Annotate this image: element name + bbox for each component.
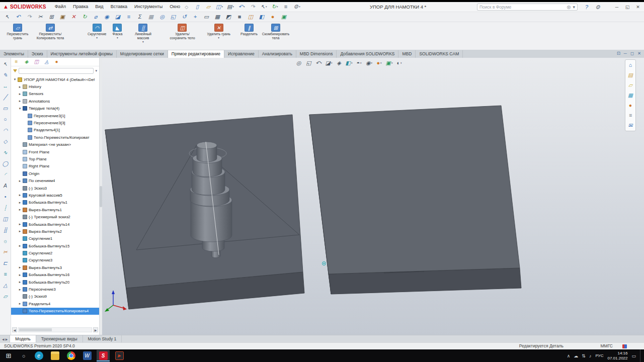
tree-item[interactable]: Sensors [11, 90, 99, 98]
polygon-icon[interactable]: ◇ [2, 138, 9, 145]
tree-item[interactable]: Твердые тела(4) [11, 105, 99, 112]
mold-block-right[interactable] [309, 106, 521, 294]
mass-properties-icon[interactable]: ◉ [103, 13, 111, 21]
displaymanager-tab-icon[interactable]: ● [53, 58, 60, 65]
shaded-icon[interactable]: ■ [235, 13, 244, 21]
tree-item[interactable]: Материал <не указан> [11, 141, 99, 148]
tree-item[interactable]: Пересечение3 [11, 286, 99, 293]
sheet-scroll-right-icon[interactable]: ▶ [6, 337, 8, 341]
tree-item[interactable]: Top Plane [11, 155, 99, 162]
command-tab[interactable]: Инструменты литейной формы [47, 50, 117, 58]
tree-item[interactable]: Вырез-Вытянуть2 [11, 228, 99, 235]
expand-toggle-icon[interactable] [18, 92, 22, 96]
sheet-scroll-left-icon[interactable]: ◀ [2, 337, 5, 341]
copy-tool-icon[interactable]: ⊞ [47, 13, 55, 21]
linear-sketch-pattern-icon[interactable]: ⣿ [2, 226, 9, 234]
tree-item[interactable]: Бобышка-Вытянуть15 [11, 242, 99, 249]
media-player-icon[interactable]: ▶ [113, 350, 126, 361]
document-tab[interactable]: Модель [10, 335, 36, 342]
action-center-icon[interactable]: ▭ [631, 353, 636, 358]
expand-toggle-icon[interactable] [18, 107, 22, 111]
offset-entities-icon[interactable]: ≡ [2, 270, 9, 278]
ribbon-button[interactable]: ⇄ Переместить/Копировать тела ▾ [35, 23, 66, 41]
tree-item[interactable]: Бобышка-Вытянуть14 [11, 221, 99, 228]
command-tab[interactable]: SOLIDWORKS CAM [416, 50, 463, 58]
rebuild-tool-icon[interactable]: ↻ [80, 13, 89, 21]
statistics-icon[interactable]: ≡ [125, 13, 133, 21]
zoom-area-icon[interactable]: ◱ [169, 13, 177, 21]
tree-item[interactable]: По сечениям4 [11, 177, 99, 184]
expand-toggle-icon[interactable] [18, 193, 22, 197]
expand-toggle-icon[interactable] [13, 77, 17, 81]
zoom-fit-icon[interactable]: ◎ [158, 13, 166, 21]
cut-tool-icon[interactable]: ✂ [36, 13, 44, 21]
dock-pane-icon[interactable]: ⊡ [617, 51, 620, 56]
tree-item[interactable]: Right Plane [11, 163, 99, 170]
zoom-fit-hud-icon[interactable]: ◎▾ [295, 59, 302, 67]
menu-item[interactable]: Окно [166, 2, 184, 12]
command-tab[interactable]: Прямое редактирование [168, 50, 224, 58]
tree-item[interactable]: Разделить4 [11, 300, 99, 307]
forum-search-box[interactable]: Поиск в Форуме ◎ ▾ [477, 4, 578, 11]
menu-item[interactable]: Файл [51, 2, 69, 12]
scrollbar-track[interactable] [18, 327, 92, 332]
ellipse-icon[interactable]: ◯ [2, 160, 9, 167]
new-file-icon[interactable]: ▯▾ [193, 3, 201, 11]
expand-toggle-icon[interactable] [18, 201, 22, 205]
propertymanager-tab-icon[interactable]: ◈ [23, 58, 30, 65]
tree-item[interactable]: History [11, 83, 99, 90]
restore-doc-icon[interactable]: ◻ [630, 51, 634, 56]
section-properties-icon[interactable]: ◪ [114, 13, 122, 21]
measure-icon[interactable]: ⌀ [92, 13, 100, 21]
tree-item[interactable]: (-) Трехмерный эскиз2 [11, 213, 99, 220]
search-icon[interactable]: ◎ [567, 5, 571, 10]
zoom-area-hud-icon[interactable]: ◱▾ [305, 59, 312, 67]
material-icon[interactable]: ▦ [147, 13, 155, 21]
command-tab[interactable]: MBD Dimensions [296, 50, 337, 58]
help-icon[interactable]: ? [583, 3, 591, 11]
menu-item[interactable]: Вид [92, 2, 107, 12]
tree-item[interactable]: Front Plane [11, 148, 99, 155]
section-view-hud-icon[interactable]: ◪▾ [325, 59, 333, 67]
expand-toggle-icon[interactable] [18, 288, 22, 292]
start-button[interactable]: ⊞ [0, 352, 17, 359]
undo-tool-icon[interactable]: ↶ [14, 13, 22, 21]
keyboard-language-indicator[interactable]: РУС [595, 353, 603, 358]
sketch-point-marker[interactable] [323, 262, 326, 265]
ribbon-button[interactable]: ◫ Удалить/сохранить тело ▾ [167, 23, 198, 41]
pin-menubar-icon[interactable]: ◇ [185, 5, 188, 10]
solidworks-resources-icon[interactable]: ⌂ [627, 61, 634, 69]
3d-sketch-icon[interactable]: △ [2, 282, 9, 289]
tree-item[interactable]: Тело-Переместить/Копироват [11, 134, 99, 141]
search-dropdown-icon[interactable]: ▾ [573, 5, 575, 10]
graphics-area[interactable]: ◎▾◱▾↶▾◪▾◈▾◧▾◓▾◉▾●▾▣▾◐▾ ⌂▤▱▦●≡✉ [102, 58, 644, 335]
rotate-view-icon[interactable]: ↺ [180, 13, 188, 21]
ribbon-button[interactable]: ✕ Удалить грань ▾ [206, 23, 231, 40]
volume-icon[interactable]: ♪ [589, 353, 592, 358]
undo-icon[interactable]: ↶▾ [237, 3, 246, 11]
view-orientation-icon[interactable]: ◧ [258, 13, 266, 21]
command-tab[interactable]: Добавления SOLIDWORKS [337, 50, 398, 58]
settings-icon[interactable]: ⚙ [594, 3, 602, 11]
circular-sketch-pattern-icon[interactable]: ☼ [2, 237, 9, 245]
tree-item[interactable]: Скругление2 [11, 249, 99, 256]
pan-icon[interactable]: + [191, 13, 199, 21]
restore-window-icon[interactable]: ◱ [623, 3, 631, 11]
menu-item[interactable]: Инструменты [131, 2, 166, 12]
close-window-icon[interactable]: ✕ [634, 3, 642, 11]
network-icon[interactable]: ⇅ [582, 353, 586, 358]
minimize-window-icon[interactable]: ─ [613, 3, 621, 11]
shaded-edges-icon[interactable]: ◩ [224, 13, 232, 21]
expand-toggle-icon[interactable] [18, 222, 22, 226]
configurationmanager-tab-icon[interactable]: ◫ [33, 58, 40, 65]
hide-show-items-icon[interactable]: ◉▾ [365, 59, 373, 67]
status-units[interactable]: ММГС [600, 343, 613, 349]
appearances-scenes-icon[interactable]: ● [627, 102, 634, 109]
redo-tool-icon[interactable]: ↷ [25, 13, 33, 21]
display-style-icon[interactable]: ◓▾ [355, 59, 363, 67]
hidden-lines-icon[interactable]: ▦ [213, 13, 221, 21]
tray-expand-icon[interactable]: ∧ [567, 353, 571, 358]
tree-item[interactable]: Вырез-Вытянуть1 [11, 206, 99, 213]
centerline-icon[interactable]: ┊ [2, 204, 9, 212]
chrome-icon[interactable] [64, 350, 77, 361]
